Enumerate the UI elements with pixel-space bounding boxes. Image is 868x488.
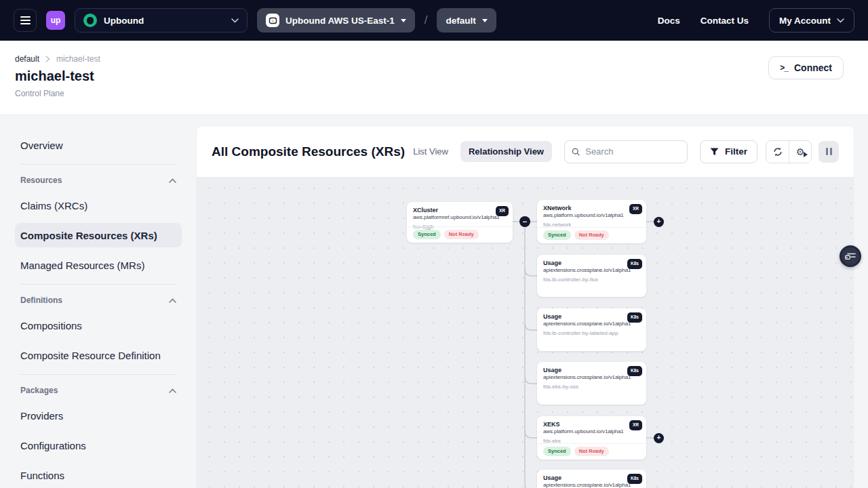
resource-node-usage-fds-lb-controller-by-labeled-app[interactable]: Usage apiextensions.crossplane.io/v1alph… bbox=[537, 308, 646, 351]
sidebar-item-compositions[interactable]: Compositions bbox=[15, 313, 182, 338]
node-resource-name: fds-lb-controller-by-labeled-app bbox=[543, 330, 640, 336]
connect-button[interactable]: >_ Connect bbox=[768, 56, 844, 79]
docs-link[interactable]: Docs bbox=[658, 16, 680, 26]
filter-button-label: Filter bbox=[725, 146, 747, 157]
relationship-view-tab[interactable]: Relationship View bbox=[460, 141, 552, 162]
node-api-version: aws.platformref.upbound.io/v1alpha1 bbox=[413, 214, 507, 221]
resource-node-xeks-fds-eks[interactable]: XEKS aws.platform.upbound.io/v1alpha1 fd… bbox=[537, 416, 646, 460]
node-type-badge: K8s bbox=[627, 474, 642, 484]
organization-select-label: Upbound bbox=[104, 16, 144, 26]
top-navbar: up Upbound Upbound AWS US-East-1 / defau… bbox=[0, 0, 868, 41]
breadcrumb-parent[interactable]: default bbox=[15, 54, 39, 64]
node-status-row: SyncedNot Ready bbox=[537, 227, 646, 243]
sidebar-item-claims-xrcs[interactable]: Claims (XRCs) bbox=[15, 193, 182, 218]
node-kind: XNetwork bbox=[543, 205, 640, 212]
refresh-icon bbox=[772, 146, 783, 157]
main-title: All Composite Resources (XRs) bbox=[212, 144, 405, 159]
chevron-down-icon bbox=[231, 18, 239, 23]
node-status-row: SyncedNot Ready bbox=[537, 443, 646, 460]
details-drawer-toggle[interactable] bbox=[840, 245, 861, 267]
chevron-up-icon bbox=[169, 388, 176, 393]
space-select[interactable]: Upbound AWS US-East-1 bbox=[257, 8, 415, 33]
sidebar-item-functions[interactable]: Functions bbox=[15, 463, 182, 487]
sidebar-section-packages[interactable]: Packages bbox=[15, 386, 182, 395]
search-input[interactable] bbox=[585, 146, 680, 157]
expand-node-button[interactable]: + bbox=[654, 217, 664, 227]
node-api-version: apiextensions.crossplane.io/v1alpha1 bbox=[543, 482, 640, 488]
node-resource-name: fds-lb-controller-by-flux bbox=[543, 277, 640, 283]
sidebar-item-configurations[interactable]: Configurations bbox=[15, 433, 182, 458]
chevron-right-icon bbox=[45, 56, 50, 62]
hamburger-icon bbox=[20, 16, 31, 18]
resource-node-xcluster-foo-6jgjb[interactable]: XCluster aws.platformref.upbound.io/v1al… bbox=[407, 202, 513, 243]
node-api-version: apiextensions.crossplane.io/v1alpha1 bbox=[543, 321, 640, 327]
refresh-controls: ⚙ bbox=[766, 140, 812, 163]
sidebar-section-definitions[interactable]: Definitions bbox=[15, 296, 182, 305]
group-select-label: default bbox=[446, 16, 475, 26]
sidebar-item-overview[interactable]: Overview bbox=[15, 133, 182, 157]
sidebar-divider bbox=[20, 164, 176, 165]
sidebar-item-providers[interactable]: Providers bbox=[15, 403, 182, 428]
breadcrumb-current: michael-test bbox=[56, 54, 100, 64]
resource-node-usage-fds-eks-by-oss[interactable]: Usage apiextensions.crossplane.io/v1alph… bbox=[537, 362, 646, 405]
organization-select[interactable]: Upbound bbox=[75, 8, 248, 33]
sidebar-item-composite-resource-definition[interactable]: Composite Resource Definition bbox=[15, 343, 182, 367]
org-avatar-icon bbox=[83, 14, 97, 27]
status-badge-not-ready: Not Ready bbox=[444, 230, 479, 239]
caret-down-icon bbox=[401, 19, 406, 22]
status-badge-synced: Synced bbox=[543, 230, 571, 240]
node-kind: Usage bbox=[543, 367, 640, 374]
view-toggle: List View Relationship View bbox=[405, 141, 552, 162]
chevron-up-icon bbox=[169, 298, 176, 303]
relationship-graph-canvas[interactable]: − XCluster aws.platformref.upbound.io/v1… bbox=[197, 177, 854, 488]
status-badge-not-ready: Not Ready bbox=[574, 230, 609, 240]
node-api-version: aws.platform.upbound.io/v1alpha1 bbox=[543, 428, 640, 435]
node-type-badge: XR bbox=[496, 206, 509, 216]
node-kind: Usage bbox=[543, 313, 640, 321]
node-type-badge: XR bbox=[629, 204, 642, 214]
my-account-button[interactable]: My Account bbox=[769, 8, 854, 33]
caret-down-icon bbox=[482, 19, 488, 22]
expand-node-button[interactable]: + bbox=[654, 433, 664, 443]
hamburger-menu-button[interactable] bbox=[14, 9, 37, 32]
refresh-button[interactable] bbox=[766, 141, 789, 163]
sidebar-item-composite-resources-xrs[interactable]: Composite Resources (XRs) bbox=[15, 223, 182, 247]
node-kind: Usage bbox=[543, 260, 640, 267]
group-select[interactable]: default bbox=[437, 8, 496, 33]
pause-button[interactable] bbox=[818, 141, 839, 163]
resources-toolbar: All Composite Resources (XRs) List View … bbox=[197, 126, 854, 177]
terminal-icon: >_ bbox=[780, 63, 788, 73]
status-badge-synced: Synced bbox=[543, 447, 571, 456]
resource-node-usage-fds-lb-controller-by-flux[interactable]: Usage apiextensions.crossplane.io/v1alph… bbox=[537, 255, 646, 297]
page-header: default michael-test michael-test Contro… bbox=[0, 41, 868, 115]
sidebar-item-managed-resources-mrs[interactable]: Managed Resources (MRs) bbox=[15, 253, 182, 277]
contact-us-link[interactable]: Contact Us bbox=[701, 16, 749, 26]
pause-icon bbox=[826, 148, 828, 155]
resource-node-usage[interactable]: Usage apiextensions.crossplane.io/v1alph… bbox=[537, 470, 646, 488]
chevron-down-icon bbox=[837, 18, 844, 23]
space-icon bbox=[266, 14, 279, 27]
search-icon bbox=[572, 147, 580, 157]
filter-funnel-icon bbox=[710, 148, 719, 156]
node-resource-name: fds-eks-by-oss bbox=[543, 384, 640, 390]
main-panel: All Composite Resources (XRs) List View … bbox=[197, 126, 854, 488]
node-type-badge: K8s bbox=[627, 366, 642, 376]
sidebar: Overview ResourcesClaims (XRCs)Composite… bbox=[0, 115, 197, 488]
sidebar-divider bbox=[20, 374, 176, 375]
search-box[interactable] bbox=[564, 140, 688, 163]
resource-node-xnetwork-fds-network[interactable]: XNetwork aws.platform.upbound.io/v1alpha… bbox=[537, 200, 646, 243]
list-view-tab[interactable]: List View bbox=[405, 141, 456, 162]
auto-refresh-settings-button[interactable]: ⚙ bbox=[789, 141, 811, 163]
collapse-node-button[interactable]: − bbox=[519, 216, 530, 227]
node-api-version: apiextensions.crossplane.io/v1alpha1 bbox=[543, 267, 640, 274]
page-subtitle: Control Plane bbox=[15, 89, 844, 98]
node-type-badge: K8s bbox=[627, 259, 642, 269]
sidebar-section-resources[interactable]: Resources bbox=[15, 176, 182, 185]
page-title: michael-test bbox=[15, 68, 844, 84]
gear-play-icon: ⚙ bbox=[796, 147, 805, 157]
upbound-logo: up bbox=[46, 11, 65, 30]
breadcrumb: default michael-test bbox=[15, 54, 844, 64]
chevron-up-icon bbox=[169, 178, 176, 183]
filter-button[interactable]: Filter bbox=[700, 140, 757, 163]
space-select-label: Upbound AWS US-East-1 bbox=[285, 16, 395, 26]
